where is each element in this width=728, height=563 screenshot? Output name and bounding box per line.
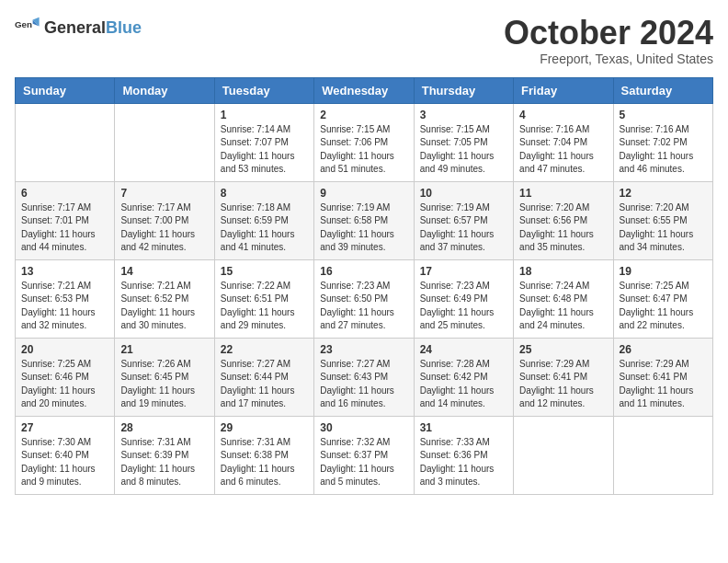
day-number: 7: [120, 187, 208, 200]
logo-text: GeneralBlue: [44, 18, 142, 38]
logo: Gen GeneralBlue: [15, 15, 142, 40]
calendar-day-cell: 11Sunrise: 7:20 AM Sunset: 6:56 PM Dayli…: [514, 181, 613, 259]
day-info: Sunrise: 7:20 AM Sunset: 6:56 PM Dayligh…: [519, 201, 607, 255]
calendar-day-cell: 13Sunrise: 7:21 AM Sunset: 6:53 PM Dayli…: [16, 259, 115, 338]
calendar-day-cell: 29Sunrise: 7:31 AM Sunset: 6:38 PM Dayli…: [214, 416, 313, 494]
day-number: 31: [420, 421, 507, 434]
month-title: October 2024: [504, 15, 713, 52]
day-number: 21: [120, 343, 208, 356]
day-of-week-header: Wednesday: [314, 77, 414, 103]
day-info: Sunrise: 7:15 AM Sunset: 7:06 PM Dayligh…: [320, 123, 407, 177]
day-number: 22: [221, 343, 308, 356]
calendar-day-cell: 21Sunrise: 7:26 AM Sunset: 6:45 PM Dayli…: [115, 338, 214, 416]
day-info: Sunrise: 7:19 AM Sunset: 6:57 PM Dayligh…: [420, 201, 507, 255]
calendar-day-cell: 9Sunrise: 7:19 AM Sunset: 6:58 PM Daylig…: [314, 181, 414, 259]
logo-general: General: [44, 18, 106, 37]
calendar-day-cell: 16Sunrise: 7:23 AM Sunset: 6:50 PM Dayli…: [314, 259, 414, 338]
day-info: Sunrise: 7:18 AM Sunset: 6:59 PM Dayligh…: [221, 201, 308, 255]
calendar-week-row: 27Sunrise: 7:30 AM Sunset: 6:40 PM Dayli…: [16, 416, 713, 494]
logo-blue: Blue: [106, 18, 142, 37]
calendar-day-cell: 19Sunrise: 7:25 AM Sunset: 6:47 PM Dayli…: [613, 259, 712, 338]
day-of-week-header: Sunday: [16, 77, 115, 103]
day-info: Sunrise: 7:23 AM Sunset: 6:50 PM Dayligh…: [320, 280, 407, 333]
day-info: Sunrise: 7:17 AM Sunset: 7:00 PM Dayligh…: [120, 201, 208, 255]
day-info: Sunrise: 7:32 AM Sunset: 6:37 PM Dayligh…: [320, 436, 407, 489]
day-info: Sunrise: 7:17 AM Sunset: 7:01 PM Dayligh…: [21, 201, 108, 255]
day-number: 6: [21, 187, 108, 200]
day-info: Sunrise: 7:23 AM Sunset: 6:49 PM Dayligh…: [420, 280, 507, 333]
day-number: 18: [519, 265, 607, 278]
day-of-week-header: Thursday: [414, 77, 513, 103]
day-number: 1: [221, 109, 308, 121]
day-of-week-header: Tuesday: [214, 77, 313, 103]
calendar-day-cell: 14Sunrise: 7:21 AM Sunset: 6:52 PM Dayli…: [115, 259, 214, 338]
day-number: 27: [21, 421, 108, 434]
calendar-day-cell: [16, 103, 115, 181]
day-info: Sunrise: 7:31 AM Sunset: 6:39 PM Dayligh…: [120, 436, 208, 489]
day-number: 24: [420, 343, 507, 356]
day-info: Sunrise: 7:20 AM Sunset: 6:55 PM Dayligh…: [620, 201, 707, 255]
day-info: Sunrise: 7:25 AM Sunset: 6:46 PM Dayligh…: [21, 358, 108, 411]
day-number: 11: [519, 187, 607, 200]
day-number: 4: [519, 109, 607, 121]
day-info: Sunrise: 7:21 AM Sunset: 6:53 PM Dayligh…: [21, 280, 108, 333]
day-info: Sunrise: 7:24 AM Sunset: 6:48 PM Dayligh…: [519, 280, 607, 333]
calendar-week-row: 1Sunrise: 7:14 AM Sunset: 7:07 PM Daylig…: [16, 103, 713, 181]
day-number: 2: [320, 109, 407, 121]
calendar-day-cell: 2Sunrise: 7:15 AM Sunset: 7:06 PM Daylig…: [314, 103, 414, 181]
calendar-day-cell: [115, 103, 214, 181]
day-number: 5: [620, 109, 707, 121]
day-info: Sunrise: 7:21 AM Sunset: 6:52 PM Dayligh…: [120, 280, 208, 333]
day-info: Sunrise: 7:27 AM Sunset: 6:43 PM Dayligh…: [320, 358, 407, 411]
calendar-header-row: SundayMondayTuesdayWednesdayThursdayFrid…: [16, 77, 713, 103]
day-info: Sunrise: 7:29 AM Sunset: 6:41 PM Dayligh…: [519, 358, 607, 411]
day-info: Sunrise: 7:14 AM Sunset: 7:07 PM Dayligh…: [221, 123, 308, 177]
day-number: 25: [519, 343, 607, 356]
calendar-day-cell: 5Sunrise: 7:16 AM Sunset: 7:02 PM Daylig…: [613, 103, 712, 181]
day-number: 3: [420, 109, 507, 121]
day-number: 13: [21, 265, 108, 278]
day-number: 15: [221, 265, 308, 278]
day-info: Sunrise: 7:19 AM Sunset: 6:58 PM Dayligh…: [320, 201, 407, 255]
calendar-day-cell: 7Sunrise: 7:17 AM Sunset: 7:00 PM Daylig…: [115, 181, 214, 259]
calendar-day-cell: 27Sunrise: 7:30 AM Sunset: 6:40 PM Dayli…: [16, 416, 115, 494]
calendar-day-cell: 15Sunrise: 7:22 AM Sunset: 6:51 PM Dayli…: [214, 259, 313, 338]
calendar-day-cell: 22Sunrise: 7:27 AM Sunset: 6:44 PM Dayli…: [214, 338, 313, 416]
day-info: Sunrise: 7:16 AM Sunset: 7:02 PM Dayligh…: [620, 123, 707, 177]
page-header: Gen GeneralBlue October 2024 Freeport, T…: [15, 15, 713, 66]
day-number: 29: [221, 421, 308, 434]
calendar-day-cell: 30Sunrise: 7:32 AM Sunset: 6:37 PM Dayli…: [314, 416, 414, 494]
calendar-day-cell: 8Sunrise: 7:18 AM Sunset: 6:59 PM Daylig…: [214, 181, 313, 259]
calendar-day-cell: 4Sunrise: 7:16 AM Sunset: 7:04 PM Daylig…: [514, 103, 613, 181]
calendar-day-cell: [514, 416, 613, 494]
day-of-week-header: Friday: [514, 77, 613, 103]
day-number: 16: [320, 265, 407, 278]
day-of-week-header: Monday: [115, 77, 214, 103]
day-info: Sunrise: 7:22 AM Sunset: 6:51 PM Dayligh…: [221, 280, 308, 333]
day-number: 14: [120, 265, 208, 278]
calendar-day-cell: 17Sunrise: 7:23 AM Sunset: 6:49 PM Dayli…: [414, 259, 513, 338]
day-number: 10: [420, 187, 507, 200]
day-number: 12: [620, 187, 707, 200]
day-info: Sunrise: 7:29 AM Sunset: 6:41 PM Dayligh…: [620, 358, 707, 411]
day-number: 23: [320, 343, 407, 356]
calendar-day-cell: 6Sunrise: 7:17 AM Sunset: 7:01 PM Daylig…: [16, 181, 115, 259]
calendar-week-row: 6Sunrise: 7:17 AM Sunset: 7:01 PM Daylig…: [16, 181, 713, 259]
day-info: Sunrise: 7:31 AM Sunset: 6:38 PM Dayligh…: [221, 436, 308, 489]
day-info: Sunrise: 7:15 AM Sunset: 7:05 PM Dayligh…: [420, 123, 507, 177]
calendar-day-cell: 18Sunrise: 7:24 AM Sunset: 6:48 PM Dayli…: [514, 259, 613, 338]
calendar-day-cell: 28Sunrise: 7:31 AM Sunset: 6:39 PM Dayli…: [115, 416, 214, 494]
calendar-day-cell: 26Sunrise: 7:29 AM Sunset: 6:41 PM Dayli…: [613, 338, 712, 416]
day-info: Sunrise: 7:33 AM Sunset: 6:36 PM Dayligh…: [420, 436, 507, 489]
day-info: Sunrise: 7:28 AM Sunset: 6:42 PM Dayligh…: [420, 358, 507, 411]
calendar-day-cell: 10Sunrise: 7:19 AM Sunset: 6:57 PM Dayli…: [414, 181, 513, 259]
day-number: 19: [620, 265, 707, 278]
day-info: Sunrise: 7:16 AM Sunset: 7:04 PM Dayligh…: [519, 123, 607, 177]
day-number: 9: [320, 187, 407, 200]
calendar-day-cell: 20Sunrise: 7:25 AM Sunset: 6:46 PM Dayli…: [16, 338, 115, 416]
calendar-day-cell: 25Sunrise: 7:29 AM Sunset: 6:41 PM Dayli…: [514, 338, 613, 416]
day-number: 8: [221, 187, 308, 200]
day-of-week-header: Saturday: [613, 77, 712, 103]
calendar-day-cell: 12Sunrise: 7:20 AM Sunset: 6:55 PM Dayli…: [613, 181, 712, 259]
day-number: 30: [320, 421, 407, 434]
